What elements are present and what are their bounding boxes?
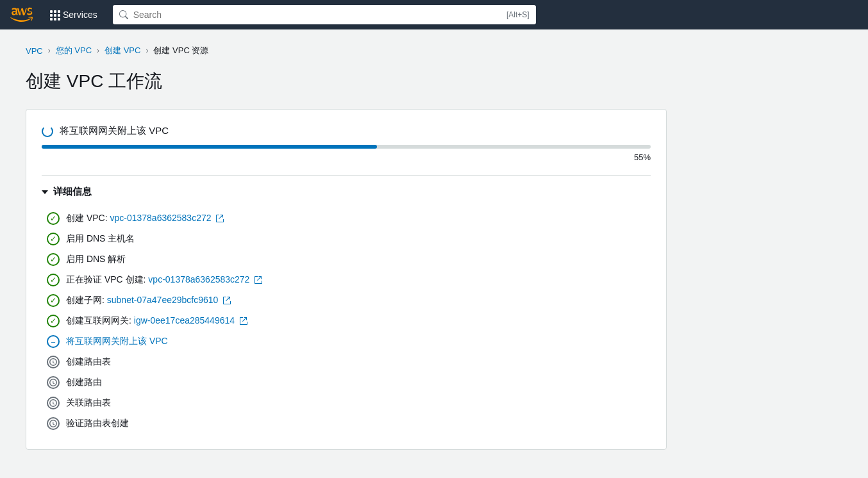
aws-logo[interactable] xyxy=(10,6,35,24)
step-text-5: 创建子网: subnet-07a47ee29bcfc9610 xyxy=(66,295,231,306)
loading-spinner xyxy=(42,126,53,137)
check-icon-6: ✓ xyxy=(47,315,60,327)
breadcrumb-sep-2: › xyxy=(97,46,99,55)
external-link-icon-1 xyxy=(216,215,224,222)
breadcrumb: VPC › 您的 VPC › 创建 VPC › 创建 VPC 资源 xyxy=(26,45,680,56)
list-item: ✓ 启用 DNS 主机名 xyxy=(47,229,651,249)
list-item: – 将互联网网关附上该 VPC xyxy=(47,331,651,352)
check-icon-4: ✓ xyxy=(47,274,60,286)
progress-header: 将互联网网关附上该 VPC xyxy=(42,125,651,137)
breadcrumb-sep-3: › xyxy=(146,46,148,55)
list-item: ✓ 创建 VPC: vpc-01378a6362583c272 xyxy=(47,208,651,229)
progress-card: 将互联网网关附上该 VPC 55% 详细信息 ✓ 创建 VPC: vpc-013… xyxy=(26,109,667,450)
step-text-1: 创建 VPC: vpc-01378a6362583c272 xyxy=(66,213,224,224)
services-button[interactable]: Services xyxy=(45,7,103,22)
breadcrumb-vpc[interactable]: VPC xyxy=(26,46,43,56)
list-item: ✓ 创建子网: subnet-07a47ee29bcfc9610 xyxy=(47,290,651,311)
step-list: ✓ 创建 VPC: vpc-01378a6362583c272 ✓ 启用 DNS… xyxy=(42,208,651,434)
list-item: ✓ 正在验证 VPC 创建: vpc-01378a6362583c272 xyxy=(47,270,651,290)
breadcrumb-your-vpc[interactable]: 您的 VPC xyxy=(56,45,92,56)
check-icon-2: ✓ xyxy=(47,233,60,245)
step-text-2: 启用 DNS 主机名 xyxy=(66,233,135,245)
main-content: VPC › 您的 VPC › 创建 VPC › 创建 VPC 资源 创建 VPC… xyxy=(0,29,705,465)
external-link-icon-6 xyxy=(240,317,247,325)
progress-status-text: 将互联网网关附上该 VPC xyxy=(60,125,169,137)
progress-bar-fill xyxy=(42,145,377,149)
top-nav: Services [Alt+S] xyxy=(0,0,868,29)
step-link-5[interactable]: subnet-07a47ee29bcfc9610 xyxy=(107,295,219,305)
step-text-8: 创建路由表 xyxy=(66,356,111,368)
search-input[interactable] xyxy=(133,10,501,20)
step-link-7[interactable]: 将互联网网关附上该 VPC xyxy=(66,336,168,347)
step-text-3: 启用 DNS 解析 xyxy=(66,254,126,265)
check-icon-3: ✓ xyxy=(47,253,60,266)
breadcrumb-sep-1: › xyxy=(48,46,51,55)
grid-icon xyxy=(50,10,59,19)
details-title: 详细信息 xyxy=(53,186,92,198)
step-link-6[interactable]: igw-0ee17cea285449614 xyxy=(134,315,235,326)
list-item: ✓ 创建互联网网关: igw-0ee17cea285449614 xyxy=(47,311,651,331)
services-label: Services xyxy=(63,10,97,20)
check-icon-5: ✓ xyxy=(47,294,60,307)
clock-icon-8 xyxy=(47,356,60,368)
clock-icon-11 xyxy=(47,417,60,430)
list-item: 验证路由表创建 xyxy=(47,413,651,434)
breadcrumb-create-vpc[interactable]: 创建 VPC xyxy=(104,45,140,56)
list-item: 关联路由表 xyxy=(47,393,651,413)
list-item: 创建路由 xyxy=(47,372,651,393)
step-link-4[interactable]: vpc-01378a6362583c272 xyxy=(148,274,249,284)
step-text-9: 创建路由 xyxy=(66,377,102,388)
search-bar: [Alt+S] xyxy=(113,5,536,24)
list-item: 创建路由表 xyxy=(47,352,651,372)
clock-icon-9 xyxy=(47,376,60,389)
progress-bar-container xyxy=(42,145,651,149)
progress-percent: 55% xyxy=(42,152,651,162)
divider xyxy=(42,175,651,176)
external-link-icon-4 xyxy=(255,276,262,284)
step-text-10: 关联路由表 xyxy=(66,397,111,409)
step-text-4: 正在验证 VPC 创建: vpc-01378a6362583c272 xyxy=(66,274,262,286)
check-icon-1: ✓ xyxy=(47,212,60,225)
details-header[interactable]: 详细信息 xyxy=(42,186,651,198)
search-icon xyxy=(119,10,128,19)
external-link-icon-5 xyxy=(223,297,231,304)
chevron-down-icon xyxy=(42,190,48,194)
step-text-11: 验证路由表创建 xyxy=(66,418,129,429)
inprogress-icon-7: – xyxy=(47,335,60,348)
clock-icon-10 xyxy=(47,397,60,409)
list-item: ✓ 启用 DNS 解析 xyxy=(47,249,651,270)
step-link-1[interactable]: vpc-01378a6362583c272 xyxy=(110,213,211,223)
breadcrumb-current: 创建 VPC 资源 xyxy=(153,45,208,56)
step-text-6: 创建互联网网关: igw-0ee17cea285449614 xyxy=(66,315,247,327)
page-title: 创建 VPC 工作流 xyxy=(26,69,680,94)
search-hint: [Alt+S] xyxy=(506,10,530,19)
